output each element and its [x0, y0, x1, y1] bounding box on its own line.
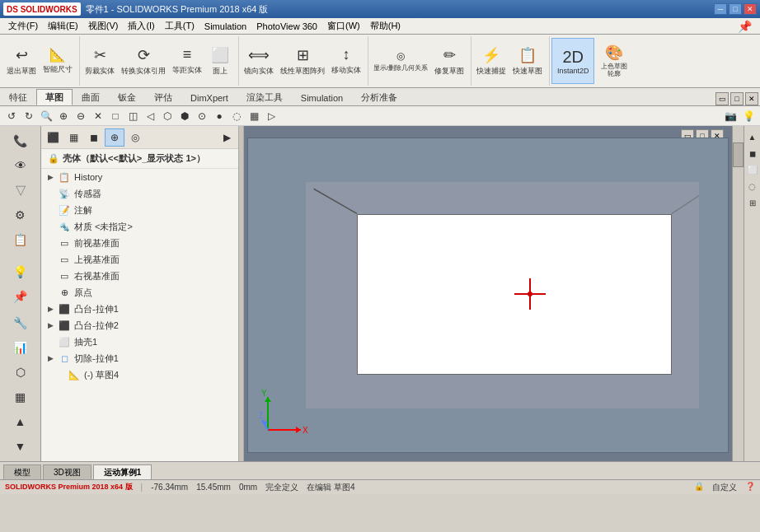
- move-entity-button[interactable]: ↕ 移动实体: [328, 38, 364, 84]
- camera-button[interactable]: 📷: [722, 108, 739, 124]
- edges-button[interactable]: ●: [211, 108, 228, 124]
- tab-render[interactable]: 渲染工具: [237, 89, 292, 105]
- undo-view-button[interactable]: ↺: [3, 108, 20, 124]
- menu-photoview[interactable]: PhotoView 360: [251, 20, 322, 33]
- menu-edit[interactable]: 编辑(E): [43, 18, 83, 34]
- convert-entity-button[interactable]: ⟳ 转换实体引用: [118, 38, 169, 84]
- tree-item-boss1[interactable]: ▶ ⬛ 凸台-拉伸1: [41, 301, 238, 317]
- rp-top-btn[interactable]: ▲: [745, 129, 760, 144]
- tree-resize-handle[interactable]: [239, 126, 244, 461]
- menu-tools[interactable]: 工具(T): [160, 18, 199, 34]
- tree-sphere-btn[interactable]: ◎: [125, 128, 145, 147]
- panel-close-button[interactable]: ✕: [745, 92, 758, 105]
- tab-features[interactable]: 特征: [0, 89, 36, 105]
- tab-analysis[interactable]: 分析准备: [352, 89, 406, 105]
- left-panel-view[interactable]: 👁: [6, 154, 35, 177]
- menu-help[interactable]: 帮助(H): [365, 18, 406, 34]
- left-panel-bottom3[interactable]: ⬡: [6, 361, 35, 384]
- rotate-button[interactable]: ◫: [124, 108, 141, 124]
- viewport[interactable]: ▭ □ ✕: [239, 126, 744, 461]
- tree-item-cut1[interactable]: ▶ ◻ 切除-拉伸1: [41, 350, 238, 366]
- rp-empty-btn[interactable]: ⬜: [745, 162, 760, 177]
- exit-sketch-button[interactable]: ↩ 退出草图: [3, 38, 40, 84]
- close-button[interactable]: ✕: [744, 3, 757, 15]
- offset-entity-button[interactable]: ≡ 等距实体: [169, 38, 205, 84]
- tree-item-origin[interactable]: ⊕ 原点: [41, 284, 238, 301]
- tree-item-sensor[interactable]: 📡 传感器: [41, 185, 238, 202]
- face-on-button[interactable]: ⬜ 面上: [205, 38, 235, 84]
- left-panel-display[interactable]: 📋: [6, 228, 35, 251]
- tree-feature-btn[interactable]: ◼: [84, 128, 104, 147]
- menu-window[interactable]: 窗口(W): [322, 18, 365, 34]
- menu-insert[interactable]: 插入(I): [123, 18, 159, 34]
- tab-simulation[interactable]: Simulation: [292, 89, 352, 105]
- smart-dimension-button[interactable]: 📐 智能尺寸: [40, 38, 76, 84]
- repair-sketch-button[interactable]: ✏ 修复草图: [431, 38, 467, 84]
- section-button[interactable]: ◌: [228, 108, 245, 124]
- rp-solid-btn[interactable]: ◼: [745, 146, 760, 161]
- menu-view[interactable]: 视图(V): [83, 18, 124, 34]
- quick-snap-button[interactable]: ⚡ 快速捕捉: [473, 38, 509, 84]
- redo-view-button[interactable]: ↻: [21, 108, 37, 124]
- tab-surface[interactable]: 曲面: [73, 89, 109, 105]
- tab-evaluate[interactable]: 评估: [145, 89, 181, 105]
- view-select-button[interactable]: □: [107, 108, 124, 124]
- tree-item-shell[interactable]: ⬜ 抽壳1: [41, 334, 238, 350]
- tree-item-sketch4[interactable]: 📐 (-) 草图4: [41, 366, 238, 383]
- tree-item-history[interactable]: ▶ 📋 History: [41, 169, 238, 185]
- left-panel-settings[interactable]: ⚙: [6, 203, 35, 226]
- quick-sketch-button[interactable]: 📋 快速草图: [509, 38, 546, 84]
- zoom-out-button[interactable]: ✕: [90, 108, 106, 124]
- left-panel-light[interactable]: 💡: [6, 260, 35, 283]
- tree-root-header[interactable]: 🔒 壳体（默认<<默认>_显示状态 1>）: [41, 149, 238, 169]
- left-panel-call[interactable]: 📞: [6, 129, 35, 152]
- tree-item-boss2[interactable]: ▶ ⬛ 凸台-拉伸2: [41, 317, 238, 334]
- restore-button[interactable]: □: [729, 3, 742, 15]
- panel-min-button[interactable]: ▭: [715, 92, 729, 105]
- grid-button[interactable]: ▦: [246, 108, 262, 124]
- left-panel-pin[interactable]: 📌: [6, 285, 35, 308]
- left-panel-filter[interactable]: ▽: [6, 179, 35, 202]
- tree-target-btn[interactable]: ⊕: [105, 128, 124, 147]
- tree-item-front[interactable]: ▭ 前视基准面: [41, 235, 238, 251]
- tree-item-annotation[interactable]: 📝 注解: [41, 202, 238, 218]
- mirror-button[interactable]: ⟺ 镜向实体: [241, 38, 277, 84]
- rp-grid-btn[interactable]: ⊞: [745, 195, 760, 210]
- tab-motion[interactable]: 运动算例1: [93, 464, 152, 479]
- zoom-area-button[interactable]: ⊖: [73, 108, 89, 124]
- menu-simulation[interactable]: Simulation: [199, 20, 251, 33]
- left-panel-bottom5[interactable]: ▲: [6, 410, 35, 433]
- lights-button[interactable]: 💡: [740, 108, 757, 124]
- wireframe-button[interactable]: ⬢: [176, 108, 193, 124]
- tab-model[interactable]: 模型: [3, 464, 41, 479]
- display-options-button[interactable]: ▷: [263, 108, 279, 124]
- tree-item-right[interactable]: ▭ 右视基准面: [41, 268, 238, 284]
- left-panel-bottom6[interactable]: ▼: [6, 435, 35, 458]
- left-panel-bottom4[interactable]: ▦: [6, 385, 35, 408]
- zoom-search-button[interactable]: 🔍: [38, 108, 54, 124]
- left-panel-bottom1[interactable]: 🔧: [6, 311, 35, 334]
- menu-file[interactable]: 文件(F): [3, 18, 43, 34]
- tree-solid-icon[interactable]: ⬛: [43, 128, 63, 147]
- tab-sketch[interactable]: 草图: [36, 89, 73, 105]
- rp-circle-btn[interactable]: ◌: [745, 179, 760, 194]
- zoom-fit-button[interactable]: ⊕: [55, 108, 72, 124]
- 3d-view-button[interactable]: ⬡: [159, 108, 176, 124]
- tree-table-btn[interactable]: ▦: [63, 128, 83, 147]
- pin-button[interactable]: 📌: [733, 18, 757, 35]
- panel-max-button[interactable]: □: [730, 92, 744, 105]
- instant2d-button[interactable]: 2D Instant2D: [551, 38, 594, 84]
- tab-3dview[interactable]: 3D视图: [43, 464, 91, 479]
- tree-item-top[interactable]: ▭ 上视基准面: [41, 251, 238, 268]
- tab-sheetmetal[interactable]: 钣金: [109, 89, 145, 105]
- pan-button[interactable]: ◁: [142, 108, 158, 124]
- tab-dimxpert[interactable]: DimXpert: [181, 89, 237, 105]
- shade-button[interactable]: ⊙: [194, 108, 210, 124]
- minimize-button[interactable]: ─: [714, 3, 727, 15]
- display-delete-button[interactable]: ◎ 显示/删除几何关系: [370, 38, 431, 84]
- vertical-scrollbar[interactable]: [732, 126, 744, 461]
- left-panel-bottom2[interactable]: 📊: [6, 336, 35, 359]
- scrollbar-thumb[interactable]: [733, 142, 744, 167]
- trim-entity-button[interactable]: ✂ 剪裁实体: [82, 38, 118, 84]
- color-sketch-button[interactable]: 🎨 上色草图轮廓: [596, 38, 632, 84]
